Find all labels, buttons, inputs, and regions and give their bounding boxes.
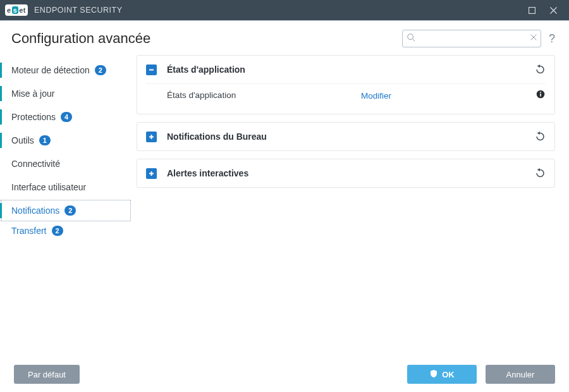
svg-point-4 xyxy=(540,92,541,93)
page-title: Configuration avancée xyxy=(11,30,150,47)
button-label: OK xyxy=(442,370,455,379)
brand-logo: eset xyxy=(5,4,28,16)
panel-interactive-alerts: Alertes interactives xyxy=(137,159,555,188)
undo-icon[interactable] xyxy=(534,64,546,75)
svg-rect-0 xyxy=(529,7,535,13)
sidebar-item-label: Moteur de détection xyxy=(11,65,90,75)
window-close-button[interactable] xyxy=(542,0,564,20)
sidebar-item-label: Transfert xyxy=(11,226,47,236)
sidebar-item-label: Connectivité xyxy=(11,159,60,169)
sidebar-badge: 2 xyxy=(95,65,106,75)
logo-part: e xyxy=(7,6,11,14)
sidebar-subitem-transfer[interactable]: Transfert 2 xyxy=(0,223,137,239)
collapse-icon xyxy=(146,64,157,75)
undo-icon[interactable] xyxy=(534,168,546,179)
logo-part: s xyxy=(12,6,19,14)
panel-body: États d'application Modifier xyxy=(137,83,554,114)
undo-icon[interactable] xyxy=(534,131,546,142)
search-input[interactable] xyxy=(419,34,525,44)
sidebar-item-protections[interactable]: Protections 4 xyxy=(0,106,137,128)
sidebar-item-tools[interactable]: Outils 1 xyxy=(0,129,137,152)
search-box[interactable] xyxy=(402,30,541,47)
ok-button[interactable]: OK xyxy=(407,365,477,384)
panel-desktop-notifications: Notifications du Bureau xyxy=(137,122,555,151)
button-label: Par défaut xyxy=(28,370,66,379)
search-clear-icon[interactable] xyxy=(529,33,538,44)
panel-header-desktop[interactable]: Notifications du Bureau xyxy=(137,123,554,150)
sidebar: Moteur de détection 2 Mise à jour Protec… xyxy=(0,54,137,357)
shield-icon xyxy=(429,369,438,380)
content: États d'application États d'application … xyxy=(137,54,555,357)
panel-title: Alertes interactives xyxy=(167,168,248,178)
sidebar-item-label: Interface utilisateur xyxy=(11,182,86,192)
sidebar-item-detection-engine[interactable]: Moteur de détection 2 xyxy=(0,59,137,82)
panel-title: États d'application xyxy=(167,64,245,75)
brand: eset ENDPOINT SECURITY xyxy=(5,4,123,16)
svg-point-1 xyxy=(408,34,413,40)
header: Configuration avancée ? xyxy=(0,21,569,49)
sidebar-badge: 1 xyxy=(39,135,51,145)
help-button[interactable]: ? xyxy=(549,32,555,46)
sidebar-item-label: Protections xyxy=(11,112,56,122)
info-icon[interactable] xyxy=(535,90,546,101)
search-icon xyxy=(407,33,415,44)
sidebar-badge: 4 xyxy=(61,112,72,122)
titlebar: eset ENDPOINT SECURITY xyxy=(0,0,569,20)
sidebar-badge: 2 xyxy=(52,226,63,236)
button-label: Annuler xyxy=(506,370,535,379)
default-button[interactable]: Par défaut xyxy=(14,365,80,384)
sidebar-item-connectivity[interactable]: Connectivité xyxy=(0,152,137,175)
panel-header-interactive[interactable]: Alertes interactives xyxy=(137,159,554,187)
sidebar-item-label: Mise à jour xyxy=(11,89,54,99)
panel-title: Notifications du Bureau xyxy=(167,132,267,142)
expand-icon xyxy=(146,168,157,179)
setting-row-app-states: États d'application Modifier xyxy=(146,83,546,106)
modify-link[interactable]: Modifier xyxy=(361,91,391,101)
sidebar-item-update[interactable]: Mise à jour xyxy=(0,82,137,105)
panel-app-states: États d'application États d'application … xyxy=(137,55,555,114)
logo-part: et xyxy=(19,6,26,14)
footer: Par défaut OK Annuler xyxy=(0,357,569,392)
svg-rect-3 xyxy=(540,94,541,97)
sidebar-item-label: Notifications xyxy=(11,205,59,216)
cancel-button[interactable]: Annuler xyxy=(486,365,555,384)
sidebar-item-ui[interactable]: Interface utilisateur xyxy=(0,176,137,199)
sidebar-item-notifications[interactable]: Notifications 2 xyxy=(0,199,132,222)
window-title: ENDPOINT SECURITY xyxy=(34,6,123,15)
panel-header-app-states[interactable]: États d'application xyxy=(137,56,554,83)
setting-label: États d'application xyxy=(146,90,361,100)
sidebar-badge: 2 xyxy=(64,205,76,216)
window-maximize-button[interactable] xyxy=(521,0,542,20)
sidebar-item-label: Outils xyxy=(11,135,34,145)
expand-icon xyxy=(146,132,157,142)
